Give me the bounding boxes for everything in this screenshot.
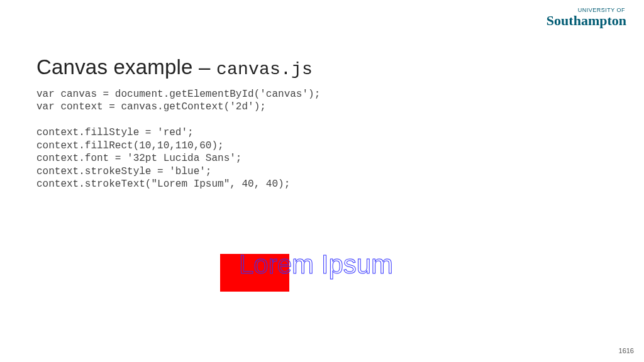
university-logo: UNIVERSITY OF Southampton <box>547 8 626 28</box>
logo-name: Southampton <box>547 14 626 28</box>
slide-content: Canvas example – canvas.js var canvas = … <box>36 55 608 191</box>
canvas-stroke-text: Lorem Ipsum <box>239 251 393 278</box>
title-prefix: Canvas example – <box>36 55 216 79</box>
code-block: var canvas = document.getElementById('ca… <box>36 88 608 191</box>
slide-title: Canvas example – canvas.js <box>36 55 608 79</box>
title-filename: canvas.js <box>216 60 313 79</box>
canvas-output: Lorem Ipsum <box>214 248 465 310</box>
page-number: 1616 <box>619 347 634 354</box>
